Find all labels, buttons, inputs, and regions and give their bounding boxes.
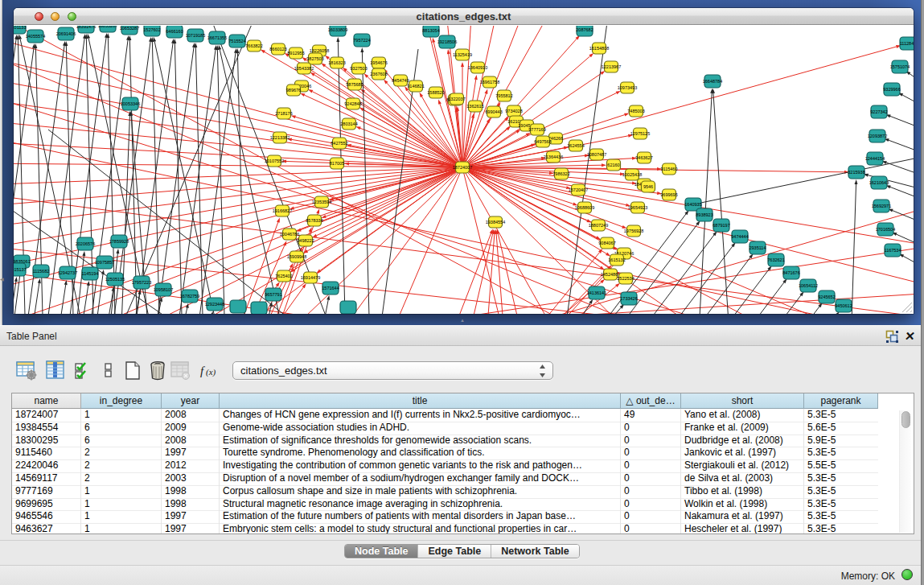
cell-pagerank[interactable]: 5.9E-5 [804, 435, 878, 447]
window-zoom-button[interactable] [68, 12, 76, 21]
cell-name[interactable]: 9777169 [12, 485, 81, 498]
cell-year[interactable]: 1997 [162, 447, 220, 459]
cell-pagerank[interactable]: 5.3E-5 [804, 409, 878, 422]
cell-in-degree[interactable]: 1 [81, 523, 162, 534]
cell-short[interactable]: de Silva et al. (2003) [681, 472, 804, 485]
vertical-scrollbar[interactable] [899, 410, 911, 533]
column-header-year[interactable]: year [162, 393, 220, 409]
cell-in-degree[interactable]: 1 [81, 485, 162, 498]
table-row[interactable]: 946554611997Estimation of the future num… [12, 510, 914, 523]
cell-in-degree[interactable]: 2 [81, 472, 162, 485]
column-header-name[interactable]: name [12, 393, 81, 409]
cell-title[interactable]: Embryonic stem cells: a model to study s… [220, 523, 621, 534]
cell-short[interactable]: Dudbridge et al. (2008) [681, 435, 804, 447]
table-row[interactable]: 969969511998Structural magnetic resonanc… [12, 498, 914, 511]
cell-pagerank[interactable]: 5.3E-5 [804, 510, 878, 523]
cell-out-de-[interactable]: 0 [621, 498, 681, 511]
cell-out-de-[interactable]: 0 [621, 422, 681, 435]
cell-out-de-[interactable]: 0 [621, 472, 681, 485]
select-rows-icon[interactable] [72, 360, 93, 381]
graph-node[interactable] [251, 302, 267, 314]
cell-pagerank[interactable]: 5.3E-5 [804, 485, 878, 498]
cell-out-de-[interactable]: 49 [621, 409, 681, 422]
table-row[interactable]: 911546021997Tourette syndrome. Phenomeno… [12, 447, 914, 459]
cell-pagerank[interactable]: 5.6E-5 [804, 422, 878, 435]
window-resize-grip[interactable] [901, 301, 913, 313]
window-close-button[interactable] [35, 12, 43, 21]
panel-collapse-arrow-icon[interactable]: ◀ [0, 275, 3, 283]
splitter-handle-icon[interactable]: ▲ [458, 318, 466, 323]
column-select-icon[interactable] [45, 360, 66, 381]
table-row[interactable]: 1456911722003Disruption of a novel membe… [12, 472, 914, 485]
cell-short[interactable]: Stergiakouli et al. (2012) [681, 459, 804, 472]
cell-in-degree[interactable]: 2 [81, 459, 162, 472]
cell-pagerank[interactable]: 5.3E-5 [804, 498, 878, 511]
table-row[interactable]: 946362711997Embryonic stem cells: a mode… [12, 523, 914, 534]
cell-title[interactable]: Estimation of significance thresholds fo… [220, 435, 621, 447]
graph-node[interactable] [340, 301, 356, 314]
cell-year[interactable]: 1997 [162, 523, 220, 534]
cell-year[interactable]: 2003 [162, 472, 220, 485]
scrollbar-thumb[interactable] [901, 411, 910, 428]
cell-out-de-[interactable]: 0 [621, 510, 681, 523]
cell-pagerank[interactable]: 5.3E-5 [804, 472, 878, 485]
cell-in-degree[interactable]: 2 [81, 447, 162, 459]
cell-title[interactable]: Genome-wide association studies in ADHD. [220, 422, 621, 435]
cell-title[interactable]: Tourette syndrome. Phenomenology and cla… [220, 447, 621, 459]
cell-name[interactable]: 9463627 [12, 523, 81, 534]
cell-out-de-[interactable]: 0 [621, 523, 681, 534]
cell-in-degree[interactable]: 1 [81, 498, 162, 511]
cell-year[interactable]: 1997 [162, 510, 220, 523]
cell-year[interactable]: 1998 [162, 498, 220, 511]
tab-network-table[interactable]: Network Table [491, 545, 579, 558]
cell-in-degree[interactable]: 1 [81, 510, 162, 523]
column-header-pagerank[interactable]: pagerank [804, 393, 878, 409]
memory-ok-indicator[interactable] [901, 569, 913, 580]
tab-edge-table[interactable]: Edge Table [418, 545, 491, 558]
graph-node[interactable] [230, 300, 246, 313]
table-settings-icon[interactable] [16, 360, 37, 381]
cell-title[interactable]: Estimation of the future numbers of pati… [220, 510, 621, 523]
cell-name[interactable]: 9465546 [12, 510, 81, 523]
cell-pagerank[interactable]: 5.3E-5 [804, 447, 878, 459]
cell-title[interactable]: Structural magnetic resonance image aver… [220, 498, 621, 511]
network-table-select[interactable]: citations_edges.txt [232, 361, 553, 380]
cell-year[interactable]: 1998 [162, 485, 220, 498]
cell-pagerank[interactable]: 5.5E-5 [804, 459, 878, 472]
table-row[interactable]: 2242004622012Investigating the contribut… [12, 459, 914, 472]
cell-title[interactable]: Corpus callosum shape and size in male p… [220, 485, 621, 498]
cell-name[interactable]: 19384554 [12, 422, 81, 435]
cell-year[interactable]: 2012 [162, 459, 220, 472]
cell-in-degree[interactable]: 6 [81, 435, 162, 447]
cell-pagerank[interactable]: 5.3E-5 [804, 523, 878, 534]
cell-short[interactable]: Wolkin et al. (1998) [681, 498, 804, 511]
table-row[interactable]: 1872400712008Changes of HCN gene express… [12, 409, 914, 422]
cell-out-de-[interactable]: 0 [621, 435, 681, 447]
cell-short[interactable]: Hescheler et al. (1997) [681, 523, 804, 534]
cell-in-degree[interactable]: 1 [81, 409, 162, 422]
cell-title[interactable]: Disruption of a novel member of a sodium… [220, 472, 621, 485]
column-header-short[interactable]: short [681, 393, 804, 409]
window-minimize-button[interactable] [51, 12, 60, 21]
cell-year[interactable]: 2008 [162, 435, 220, 447]
cell-short[interactable]: Jankovic et al. (1997) [681, 447, 804, 459]
cell-name[interactable]: 18724007 [12, 409, 81, 422]
float-panel-icon[interactable] [885, 330, 899, 344]
disabled-table-icon[interactable] [170, 360, 191, 381]
window-titlebar[interactable]: citations_edges.txt [14, 8, 914, 25]
cell-year[interactable]: 2008 [162, 409, 220, 422]
cell-out-de-[interactable]: 0 [621, 447, 681, 459]
tab-node-table[interactable]: Node Table [345, 545, 418, 558]
cell-short[interactable]: Nakamura et al. (1997) [681, 510, 804, 523]
cell-short[interactable]: Franke et al. (2009) [681, 422, 804, 435]
row-height-icon[interactable] [98, 360, 119, 381]
cell-title[interactable]: Investigating the contribution of common… [220, 459, 621, 472]
cell-in-degree[interactable]: 6 [81, 422, 162, 435]
cell-out-de-[interactable]: 0 [621, 459, 681, 472]
cell-out-de-[interactable]: 0 [621, 485, 681, 498]
network-graph-canvas[interactable]: 2101133140555742069140618391476160552671… [14, 26, 914, 314]
table-row[interactable]: 977716911998Corpus callosum shape and si… [12, 485, 914, 498]
delete-table-icon[interactable] [147, 360, 168, 381]
cell-name[interactable]: 18300295 [12, 435, 81, 447]
cell-short[interactable]: Tibbo et al. (1998) [681, 485, 804, 498]
